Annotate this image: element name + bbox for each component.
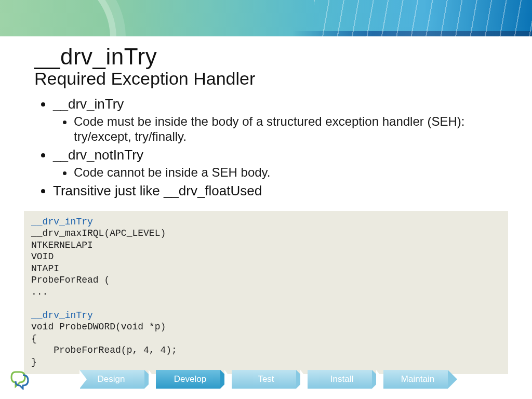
- slide-content: __drv_inTry Required Exception Handler _…: [0, 36, 532, 374]
- code-line: }: [31, 357, 37, 367]
- bullet-1a: Code must be inside the body of a struct…: [74, 114, 498, 144]
- bullet-2: __drv_notInTry: [53, 147, 498, 163]
- top-banner: [0, 0, 532, 36]
- step-design: Design: [80, 370, 144, 389]
- bullet-1: __drv_inTry: [53, 96, 498, 112]
- code-line: VOID: [31, 251, 54, 262]
- slide-subtitle: Required Exception Handler: [34, 69, 498, 89]
- code-annotation-1: __drv_inTry: [31, 217, 93, 227]
- logo-icon: [9, 369, 30, 390]
- bullet-2a: Code cannot be inside a SEH body.: [74, 165, 498, 180]
- code-line: ProbeForRead(p, 4, 4);: [31, 345, 177, 355]
- slide-title: __drv_inTry: [34, 44, 498, 70]
- code-line: NTKERNELAPI: [31, 240, 93, 250]
- code-line: ProbeForRead (: [31, 275, 110, 285]
- step-develop: Develop: [156, 370, 220, 389]
- code-line: ...: [31, 287, 48, 297]
- code-line: void ProbeDWORD(void *p): [31, 322, 166, 332]
- code-annotation-2: __drv_inTry: [31, 310, 93, 321]
- bullet-3: Transitive just like __drv_floatUsed: [53, 183, 498, 199]
- step-maintain: Maintain: [383, 370, 448, 389]
- process-arrows: Design Develop Test Install Maintain: [80, 370, 459, 389]
- footer: Design Develop Test Install Maintain: [0, 369, 532, 390]
- code-block: __drv_inTry __drv_maxIRQL(APC_LEVEL) NTK…: [24, 211, 508, 375]
- code-line: {: [31, 334, 37, 344]
- step-install: Install: [308, 370, 372, 389]
- bullet-list: __drv_inTry Code must be inside the body…: [34, 96, 498, 200]
- step-test: Test: [232, 370, 296, 389]
- code-line: NTAPI: [31, 263, 59, 274]
- code-line: __drv_maxIRQL(APC_LEVEL): [31, 228, 166, 238]
